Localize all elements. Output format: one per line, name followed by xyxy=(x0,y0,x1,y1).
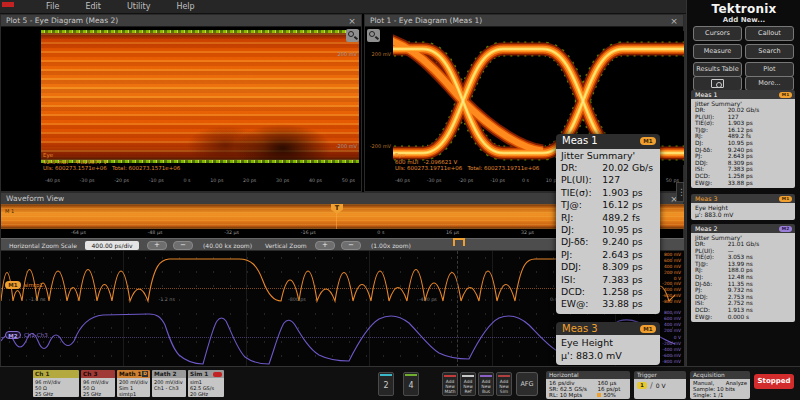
measurement-row: DDJ:2.753 ns xyxy=(695,294,791,301)
x-tick-label: -10 ps xyxy=(149,178,164,183)
measurement-row: ISI:7.383 ps xyxy=(561,274,655,286)
measurement-row: EW@:33.88 ps xyxy=(695,180,791,187)
readout-line: Eye xyxy=(395,152,539,159)
zoom-out-button[interactable]: − xyxy=(173,241,193,250)
add-new-button[interactable]: Add New Ref xyxy=(460,372,476,396)
x-tick-label: -20 ps xyxy=(458,178,473,183)
meas3-popup-card[interactable]: Meas 3 M1 Eye Height µ': 883.0 mV xyxy=(556,322,660,365)
rail-button[interactable]: Measure xyxy=(693,44,742,59)
readout-line: Eye xyxy=(43,152,180,159)
measurement-row: PJ:2.643 ps xyxy=(695,153,791,160)
plot1-title: Plot 1 - Eye Diagram (Meas 1) xyxy=(370,16,482,25)
trigger-panel[interactable]: Trigger 1 0 V xyxy=(634,371,686,399)
channel-badges: Ch 1 96 mV/div50 Ω25 GHz Ch 3 96 mV/div5… xyxy=(33,370,224,397)
acquisition-panel[interactable]: Acquisition Manual, Analyze Sample: 10 b… xyxy=(690,371,750,399)
waveform-title: Waveform View xyxy=(6,194,64,203)
meas1-popup-badge: M1 xyxy=(640,137,656,145)
meas3-name: Eye Height xyxy=(695,204,791,211)
trace2-badge[interactable]: M2 xyxy=(5,331,21,339)
ch3-badge[interactable]: Ch 3 96 mV/div50 Ω25 GHz xyxy=(81,370,115,397)
measurement-row: PL(UI):— xyxy=(695,248,791,255)
rail-button[interactable]: Search xyxy=(745,44,794,59)
ch1-badge[interactable]: Ch 1 96 mV/div50 Ω25 GHz xyxy=(33,370,79,397)
rising-edge-icon xyxy=(650,382,653,389)
trace1-badge[interactable]: M1 xyxy=(5,281,21,289)
waveform-x-ticks: -1.6 ns-1.2 ns-800 ps-400 ps0 s xyxy=(29,297,557,302)
zoom-in-button[interactable]: + xyxy=(147,241,167,250)
meas3-title: Meas 3 xyxy=(695,195,717,202)
voltage-tick-label: -800 mV xyxy=(662,299,681,304)
sim1-badge[interactable]: Sim 1 sim162.5 GS/s20 GHz xyxy=(188,370,224,397)
vertical-zoom-in-button[interactable]: + xyxy=(315,241,335,250)
meas3-result-badge[interactable]: Meas 3 M1 Eye Height µ': 883.0 mV xyxy=(691,194,795,220)
more-button[interactable]: More... xyxy=(745,76,794,91)
voltage-tick-label: -400 mV xyxy=(662,347,681,352)
measurement-row: DR:20.02 Gb/s xyxy=(561,162,655,174)
rail-button[interactable]: Callout xyxy=(745,26,794,41)
splitter-handle[interactable]: ⋮ xyxy=(676,182,684,202)
horizontal-zoom-scale-input[interactable]: 400.00 ps/div xyxy=(85,241,139,250)
measurement-row: DCD:1.258 ps xyxy=(695,173,791,180)
meas1-result-badge[interactable]: Meas 1 M1 Jitter Summary' DR:20.02 Gb/sP… xyxy=(691,90,795,188)
add-new-button[interactable]: Add New Sim xyxy=(496,372,512,396)
menu-item[interactable]: Edit xyxy=(85,0,101,14)
voltage-tick-label: -200 mV xyxy=(662,281,681,286)
x-tick-label: 10 ps xyxy=(210,178,223,183)
voltage-tick-label: 400 mV xyxy=(664,264,681,269)
meas2-title: Meas 2 xyxy=(695,225,717,232)
measurement-row: TIE(σ):1.903 ps xyxy=(695,120,791,127)
plot5-panel: Plot 5 - Eye Diagram (Meas 2) × 200 mV -… xyxy=(0,14,362,192)
plot5-title: Plot 5 - Eye Diagram (Meas 2) xyxy=(6,16,118,25)
measurement-row: RJ:489.2 fs xyxy=(695,133,791,140)
horizontal-panel-rows: 16 ps/div160 µsSR: 62.5 GS/s16 ps/ptRL: … xyxy=(546,379,630,399)
run-stop-button[interactable]: Stopped xyxy=(754,374,794,389)
measurement-row: PJ:9.732 ns xyxy=(695,287,791,294)
trigger-source-badge: 1 xyxy=(637,382,647,389)
acquisition-panel-title: Acquisition xyxy=(690,371,750,379)
vertical-zoom-label: Vertical Zoom xyxy=(265,242,307,249)
rail-button[interactable]: Results Table xyxy=(693,62,742,77)
math1-badge[interactable]: Math 1 D 200 mV/divSim 1simtp1 xyxy=(117,370,150,397)
measurement-row: DR:20.02 Gb/s xyxy=(695,107,791,114)
measurement-row: DJ:12.48 ns xyxy=(695,274,791,281)
math2-badge-title: Math 2 xyxy=(152,370,186,378)
trigger-panel-title: Trigger xyxy=(634,371,686,379)
close-icon[interactable]: × xyxy=(346,15,358,27)
voltage-tick-label: 0 V xyxy=(674,335,681,340)
channel-button[interactable]: 4 xyxy=(403,372,419,396)
badge-line: 25 GHz xyxy=(83,391,113,397)
zoom-box-handle[interactable] xyxy=(453,238,465,246)
channel-button[interactable]: 2 xyxy=(378,372,394,396)
meas3-value: µ': 883.0 mV xyxy=(695,211,791,218)
measurement-row: DJ-δδ:11.35 ns xyxy=(695,281,791,288)
rail-button[interactable]: Plot xyxy=(745,62,794,77)
add-new-button[interactable]: Add New Bus xyxy=(478,372,494,396)
vertical-zoom-out-button[interactable]: − xyxy=(341,241,361,250)
math2-badge[interactable]: Math 2 200 mV/divCh1 - Ch3 xyxy=(152,370,186,397)
menu-item[interactable]: Help xyxy=(176,0,194,14)
magnifier-icon[interactable] xyxy=(367,29,380,42)
readout-line: UIs: 600273.19711e+06 Total: 600273.1971… xyxy=(395,165,539,172)
meas2-source-badge: M2 xyxy=(779,226,792,232)
screen-capture-button[interactable] xyxy=(693,76,742,91)
x-tick-label: 40 ps xyxy=(309,178,322,183)
afg-button[interactable]: AFG xyxy=(516,372,538,396)
x-tick-label: 0 s xyxy=(183,178,190,183)
inactive-channel-buttons: 24 xyxy=(378,372,419,396)
meas1-popup-card[interactable]: Meas 1 M1 Jitter Summary' DR:20.02 Gb/sP… xyxy=(556,134,660,314)
menu-item[interactable]: File xyxy=(46,0,59,14)
ch3-badge-title: Ch 3 xyxy=(81,370,115,378)
measurement-row: RL: 10 Mpts50% xyxy=(549,392,627,398)
x-tick-label: -1.6 ns xyxy=(29,297,45,302)
rail-button[interactable]: Cursors xyxy=(693,26,742,41)
measurement-row: EW@:0.000 s xyxy=(695,314,791,321)
menu-item[interactable]: Utility xyxy=(127,0,151,14)
horizontal-panel[interactable]: Horizontal 16 ps/div160 µsSR: 62.5 GS/s1… xyxy=(546,371,630,399)
overview-tick-label: 32 µs xyxy=(521,230,534,235)
add-new-button[interactable]: Add New Math xyxy=(442,372,458,396)
magnifier-icon[interactable] xyxy=(346,29,359,42)
tekscope-app: FileEditUtilityHelp Plot 5 - Eye Diagram… xyxy=(0,0,800,400)
meas2-result-badge[interactable]: Meas 2 M2 Jitter Summary' DR:21.01 Gb/sP… xyxy=(691,224,795,322)
close-icon[interactable]: × xyxy=(668,15,680,27)
voltage-tick-label: 0 V xyxy=(674,276,681,281)
